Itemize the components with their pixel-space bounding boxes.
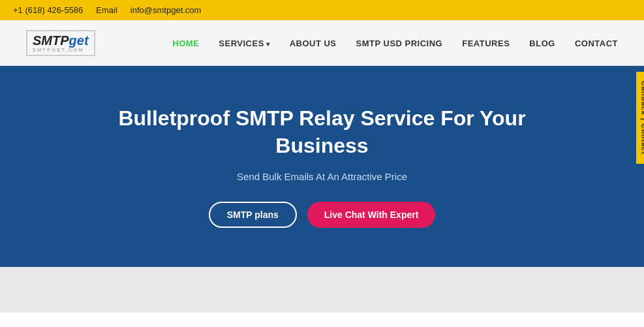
nav-link-contact[interactable]: CONTACT bbox=[575, 39, 618, 48]
nav-item-about[interactable]: ABOUT US bbox=[290, 37, 337, 49]
nav-item-blog[interactable]: BLOG bbox=[529, 37, 555, 49]
smtp-plans-button[interactable]: SMTP plans bbox=[209, 202, 297, 228]
nav-link-pricing[interactable]: SMTP USD PRICING bbox=[356, 39, 443, 48]
live-chat-button[interactable]: Live Chat With Expert bbox=[307, 202, 436, 228]
nav-item-features[interactable]: FEATURES bbox=[462, 37, 510, 49]
nav-link-features[interactable]: FEATURES bbox=[462, 39, 510, 48]
logo-text: SMTPget bbox=[33, 34, 89, 47]
nav-link-about[interactable]: ABOUT US bbox=[290, 39, 337, 48]
hero-section: Bulletproof SMTP Relay Service For Your … bbox=[0, 66, 644, 267]
logo[interactable]: SMTPget SMTPGET.COM bbox=[26, 30, 95, 56]
top-bar: +1 (618) 426-5586 Email info@smtpget.com bbox=[0, 0, 644, 20]
hero-subtext: Send Bulk Emails At An Attractive Price bbox=[237, 171, 407, 182]
nav-item-services[interactable]: SERVICES bbox=[219, 37, 269, 49]
phone-number[interactable]: +1 (618) 426-5586 bbox=[13, 5, 83, 15]
hero-buttons: SMTP plans Live Chat With Expert bbox=[209, 202, 436, 228]
callback-tab[interactable]: Callback | Contact bbox=[636, 71, 644, 163]
hero-heading: Bulletproof SMTP Relay Service For Your … bbox=[94, 105, 551, 159]
nav-item-pricing[interactable]: SMTP USD PRICING bbox=[356, 37, 443, 49]
nav-links: HOME SERVICES ABOUT US SMTP USD PRICING … bbox=[172, 37, 618, 49]
nav-link-services[interactable]: SERVICES bbox=[219, 39, 269, 48]
nav-item-home[interactable]: HOME bbox=[172, 37, 199, 49]
email-label: Email bbox=[96, 5, 117, 15]
nav-link-blog[interactable]: BLOG bbox=[529, 39, 555, 48]
email-address[interactable]: info@smtpget.com bbox=[130, 5, 202, 15]
navbar: SMTPget SMTPGET.COM HOME SERVICES ABOUT … bbox=[0, 20, 644, 66]
nav-link-home[interactable]: HOME bbox=[172, 39, 199, 48]
nav-item-contact[interactable]: CONTACT bbox=[575, 37, 618, 49]
bottom-area bbox=[0, 267, 644, 313]
logo-subtext: SMTPGET.COM bbox=[33, 48, 89, 52]
